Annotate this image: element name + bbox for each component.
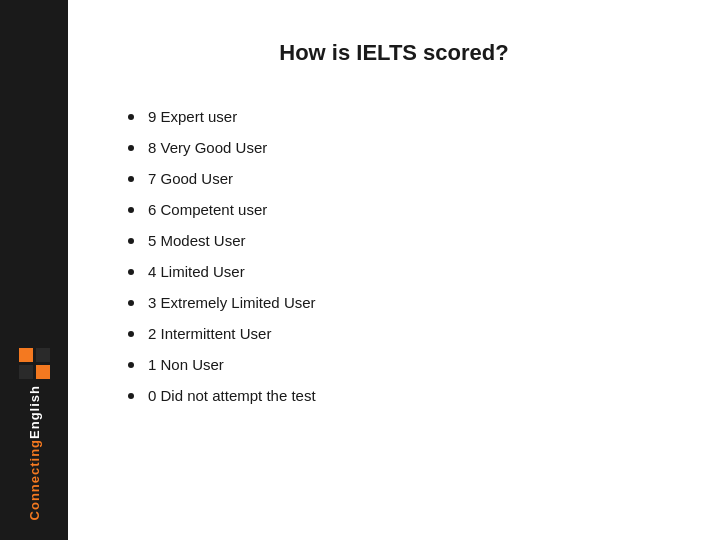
list-item: 8 Very Good User [128, 137, 660, 158]
list-item-label: 7 Good User [148, 168, 233, 189]
bullet-dot [128, 145, 134, 151]
list-item: 6 Competent user [128, 199, 660, 220]
logo-square-orange-br [36, 365, 50, 379]
logo-square-dark-tr [36, 348, 50, 362]
logo-square-dark-bl [19, 365, 33, 379]
list-item-label: 2 Intermittent User [148, 323, 271, 344]
page-title: How is IELTS scored? [128, 40, 660, 66]
bullet-dot [128, 269, 134, 275]
list-item-label: 8 Very Good User [148, 137, 267, 158]
list-item: 4 Limited User [128, 261, 660, 282]
bullet-dot [128, 238, 134, 244]
bullet-dot [128, 207, 134, 213]
list-item: 2 Intermittent User [128, 323, 660, 344]
list-item-label: 6 Competent user [148, 199, 267, 220]
bullet-dot [128, 362, 134, 368]
bullet-dot [128, 331, 134, 337]
list-item: 1 Non User [128, 354, 660, 375]
main-content: How is IELTS scored? 9 Expert user8 Very… [68, 0, 720, 540]
list-item-label: 0 Did not attempt the test [148, 385, 316, 406]
list-item: 9 Expert user [128, 106, 660, 127]
list-item-label: 9 Expert user [148, 106, 237, 127]
bullet-dot [128, 300, 134, 306]
brand-english: English [27, 385, 42, 439]
bullet-dot [128, 114, 134, 120]
logo: ConnectingEnglish [19, 348, 50, 520]
brand-connecting: Connecting [27, 439, 42, 521]
bullet-dot [128, 176, 134, 182]
list-item-label: 5 Modest User [148, 230, 246, 251]
list-item-label: 4 Limited User [148, 261, 245, 282]
list-item: 3 Extremely Limited User [128, 292, 660, 313]
list-item: 5 Modest User [128, 230, 660, 251]
ielts-list: 9 Expert user8 Very Good User7 Good User… [128, 106, 660, 406]
sidebar: ConnectingEnglish [0, 0, 68, 540]
list-item: 7 Good User [128, 168, 660, 189]
list-item-label: 1 Non User [148, 354, 224, 375]
bullet-dot [128, 393, 134, 399]
logo-squares [19, 348, 50, 379]
brand-text: ConnectingEnglish [27, 385, 42, 520]
list-item-label: 3 Extremely Limited User [148, 292, 316, 313]
list-item: 0 Did not attempt the test [128, 385, 660, 406]
logo-square-orange-tl [19, 348, 33, 362]
